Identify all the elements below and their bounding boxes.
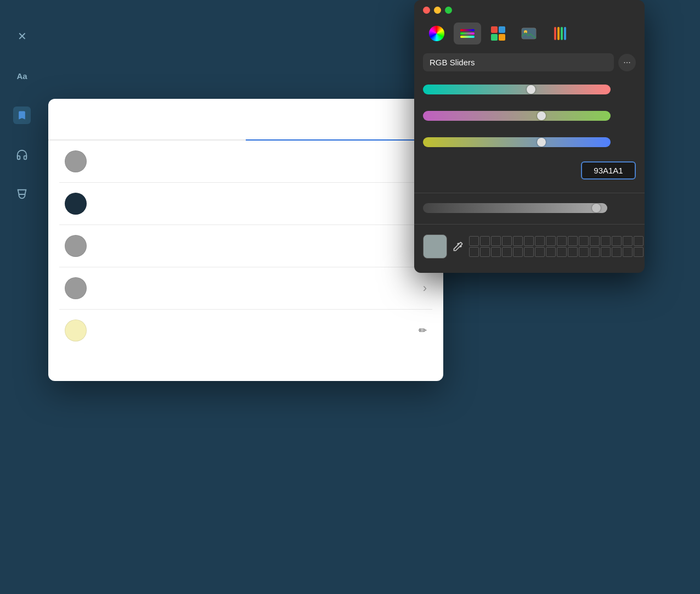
theme-modal bbox=[48, 99, 443, 381]
palette-cell[interactable] bbox=[469, 236, 479, 246]
visited-color-swatch bbox=[65, 277, 87, 299]
hex-input[interactable] bbox=[581, 161, 636, 180]
text-size-icon[interactable]: Aa bbox=[13, 67, 31, 85]
palette-cell[interactable] bbox=[612, 236, 622, 246]
divider-2 bbox=[414, 224, 645, 225]
theme-tabs bbox=[48, 126, 443, 141]
palette-tool[interactable] bbox=[484, 23, 512, 44]
text-color-swatch bbox=[65, 150, 87, 172]
palette-cell[interactable] bbox=[546, 247, 556, 257]
palette-cell[interactable] bbox=[557, 236, 567, 246]
palette-cell[interactable] bbox=[524, 236, 534, 246]
more-options-button[interactable]: ··· bbox=[618, 54, 636, 71]
opacity-slider-track[interactable] bbox=[423, 203, 607, 213]
palette-cell[interactable] bbox=[557, 247, 567, 257]
palette-cell[interactable] bbox=[535, 247, 545, 257]
palette-cell[interactable] bbox=[480, 236, 490, 246]
traffic-lights bbox=[423, 7, 452, 14]
palette-cell[interactable] bbox=[535, 236, 545, 246]
svg-rect-11 bbox=[561, 27, 563, 40]
palette-cell[interactable] bbox=[634, 247, 643, 257]
palette-cell[interactable] bbox=[568, 236, 578, 246]
palette-cell[interactable] bbox=[480, 247, 490, 257]
pocket-icon[interactable] bbox=[13, 186, 31, 203]
palette-cell[interactable] bbox=[579, 236, 589, 246]
visited-links-item[interactable] bbox=[59, 267, 432, 310]
image-tool[interactable] bbox=[515, 23, 543, 44]
palette-cell[interactable] bbox=[590, 236, 600, 246]
palette-cell[interactable] bbox=[601, 236, 611, 246]
zoom-traffic-dot[interactable] bbox=[445, 7, 452, 14]
color-picker-panel: RGB Sliders HSB Sliders HSL Sliders CMYK… bbox=[414, 0, 645, 273]
background-color-item[interactable] bbox=[59, 183, 432, 225]
palette-cell[interactable] bbox=[546, 236, 556, 246]
palette-cell[interactable] bbox=[524, 247, 534, 257]
svg-rect-6 bbox=[499, 34, 505, 41]
tab-default[interactable] bbox=[48, 126, 246, 139]
sliders-tool[interactable] bbox=[454, 23, 481, 44]
highlighter-color-swatch bbox=[65, 320, 87, 341]
reset-defaults-link[interactable] bbox=[48, 351, 81, 362]
current-color-swatch[interactable] bbox=[423, 234, 447, 259]
palette-cell[interactable] bbox=[491, 236, 501, 246]
palette-icon bbox=[490, 26, 506, 41]
theme-items-list bbox=[48, 141, 443, 351]
palette-cell[interactable] bbox=[623, 236, 633, 246]
red-slider-thumb[interactable] bbox=[527, 85, 535, 94]
red-slider-track[interactable] bbox=[423, 85, 611, 94]
svg-rect-3 bbox=[491, 26, 498, 33]
text-color-item[interactable] bbox=[59, 141, 432, 183]
svg-rect-5 bbox=[491, 34, 498, 41]
unvisited-links-item[interactable] bbox=[59, 225, 432, 267]
palette-cell[interactable] bbox=[601, 247, 611, 257]
sliders-icon bbox=[459, 27, 476, 40]
palette-cell[interactable] bbox=[623, 247, 633, 257]
blue-slider-row bbox=[423, 137, 636, 147]
visited-item-arrow bbox=[423, 281, 427, 295]
palette-cell[interactable] bbox=[502, 247, 512, 257]
palette-cell[interactable] bbox=[502, 236, 512, 246]
unvisited-color-swatch bbox=[65, 235, 87, 257]
palette-cell[interactable] bbox=[590, 247, 600, 257]
sidebar: ✕ Aa bbox=[0, 0, 44, 594]
eyedropper-tool[interactable] bbox=[453, 238, 464, 255]
pencil-icon[interactable] bbox=[419, 324, 427, 337]
color-wheel-tool[interactable] bbox=[423, 23, 450, 44]
blue-slider-section bbox=[414, 131, 645, 157]
color-picker-titlebar bbox=[414, 0, 645, 18]
palette-cell[interactable] bbox=[491, 247, 501, 257]
color-wheel-icon bbox=[429, 26, 444, 41]
blue-slider-track[interactable] bbox=[423, 137, 611, 147]
palette-cell[interactable] bbox=[612, 247, 622, 257]
minimize-traffic-dot[interactable] bbox=[434, 7, 441, 14]
red-slider-row bbox=[423, 85, 636, 94]
svg-rect-12 bbox=[564, 27, 566, 40]
green-slider-section bbox=[414, 104, 645, 131]
tab-custom[interactable] bbox=[246, 126, 443, 139]
opacity-section bbox=[414, 198, 645, 220]
palette-cell[interactable] bbox=[634, 236, 643, 246]
palette-cell[interactable] bbox=[513, 247, 523, 257]
palette-cell[interactable] bbox=[568, 247, 578, 257]
bookmark-icon[interactable] bbox=[13, 107, 31, 124]
color-mode-dropdown[interactable]: RGB Sliders HSB Sliders HSL Sliders CMYK… bbox=[423, 53, 614, 71]
svg-rect-0 bbox=[460, 29, 475, 31]
green-slider-track[interactable] bbox=[423, 111, 611, 121]
blue-slider-thumb[interactable] bbox=[537, 138, 546, 147]
divider bbox=[414, 193, 645, 193]
headphone-icon[interactable] bbox=[13, 146, 31, 164]
close-icon[interactable]: ✕ bbox=[13, 27, 31, 45]
green-slider-thumb[interactable] bbox=[537, 111, 546, 120]
green-slider-row bbox=[423, 111, 636, 121]
hex-row bbox=[414, 157, 645, 188]
palette-cell[interactable] bbox=[579, 247, 589, 257]
palette-cell[interactable] bbox=[513, 236, 523, 246]
palette-cell[interactable] bbox=[469, 247, 479, 257]
crayons-tool[interactable] bbox=[546, 23, 573, 44]
opacity-slider-thumb[interactable] bbox=[592, 204, 601, 212]
svg-rect-9 bbox=[554, 27, 556, 40]
color-picker-bottom: // Generate 32 empty palette cells const… bbox=[414, 229, 645, 264]
highlighter-item[interactable] bbox=[59, 310, 432, 351]
dropdown-row: RGB Sliders HSB Sliders HSL Sliders CMYK… bbox=[414, 51, 645, 78]
close-traffic-dot[interactable] bbox=[423, 7, 430, 14]
